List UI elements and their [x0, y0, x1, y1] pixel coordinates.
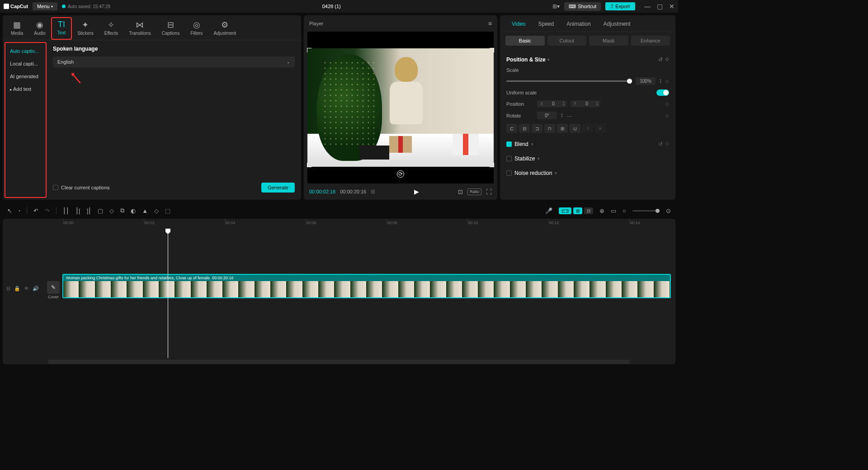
- redo-icon[interactable]: ↷: [45, 207, 50, 214]
- snap-1-button[interactable]: ⊏⊐: [559, 207, 571, 214]
- align-left-button[interactable]: ⊏: [506, 124, 517, 133]
- rotate-tool-icon[interactable]: ◇: [154, 207, 159, 214]
- distribute-v-button[interactable]: ≡: [595, 124, 606, 133]
- position-y-input[interactable]: Y0▲▼: [571, 100, 600, 107]
- blend-label: Blend: [514, 141, 528, 147]
- align-center-h-button[interactable]: ⊟: [519, 124, 530, 133]
- blend-reset-icon[interactable]: ↺: [658, 141, 663, 147]
- tab-stickers[interactable]: ✦Stickers: [72, 18, 99, 40]
- crop-icon[interactable]: ⬚: [165, 207, 170, 214]
- sidebar-item-auto-captions[interactable]: Auto captio...: [5, 45, 46, 57]
- language-select[interactable]: English ⌄: [53, 56, 295, 67]
- position-keyframe-icon[interactable]: ◇: [665, 101, 669, 106]
- track-visibility-icon[interactable]: 🔒: [14, 286, 20, 291]
- play-button[interactable]: ▶: [414, 188, 419, 195]
- zoom-fit-icon[interactable]: ⊙: [666, 207, 671, 214]
- shortcut-button[interactable]: ⌨Shortcut: [564, 2, 601, 11]
- scale-keyframe-icon[interactable]: ◇: [665, 79, 669, 84]
- export-button[interactable]: ⤴Export: [605, 2, 635, 10]
- timeline-ruler[interactable]: 00:00 00:02 00:04 00:06 00:08 00:10 00:1…: [61, 219, 675, 229]
- sidebar-item-ai-generated[interactable]: AI generated: [5, 70, 46, 83]
- maximize-icon[interactable]: ▢: [657, 3, 663, 10]
- sidebar-item-local-captions[interactable]: Local capti...: [5, 57, 46, 70]
- prop-tab-video[interactable]: Video: [505, 15, 532, 32]
- track-audio-icon[interactable]: 🔊: [33, 286, 39, 291]
- rotate-handle-icon[interactable]: ⟳: [397, 170, 404, 178]
- playhead[interactable]: [168, 229, 168, 358]
- distribute-h-button[interactable]: ⫴: [582, 124, 593, 133]
- align-bottom-button[interactable]: ⊔: [570, 124, 580, 133]
- layout-icon[interactable]: ⊞▾: [552, 3, 560, 9]
- delete-icon[interactable]: ▢: [98, 207, 103, 214]
- mirror-icon[interactable]: ▲: [142, 207, 148, 214]
- generate-button[interactable]: Generate: [261, 183, 295, 193]
- keyframe-icon[interactable]: ◇: [665, 56, 669, 63]
- align-top-button[interactable]: ⊓: [544, 124, 555, 133]
- align-center-v-button[interactable]: ⊞: [557, 124, 568, 133]
- snap-3-button[interactable]: ⊟: [584, 207, 593, 214]
- align-right-button[interactable]: ⊐: [532, 124, 542, 133]
- mic-icon[interactable]: 🎤: [545, 207, 552, 214]
- tab-media[interactable]: ▦Media: [5, 18, 28, 40]
- track-mute-icon[interactable]: 👁: [24, 286, 29, 291]
- scale-value[interactable]: 100%: [636, 77, 656, 85]
- track-lock-icon[interactable]: ⊟: [6, 286, 10, 291]
- fullscreen-icon[interactable]: ⛶: [486, 188, 492, 195]
- undo-icon[interactable]: ↶: [33, 207, 38, 214]
- timeline-scrollbar[interactable]: [48, 360, 630, 364]
- pointer-tool-icon[interactable]: ↖: [7, 207, 12, 214]
- tab-adjustment[interactable]: ⚙Adjustment: [208, 18, 241, 40]
- marker-icon[interactable]: ◇: [109, 207, 114, 214]
- uniform-scale-toggle[interactable]: [656, 89, 669, 96]
- tab-captions[interactable]: ⊟Captions: [156, 18, 185, 40]
- scan-icon[interactable]: ⊡: [458, 188, 463, 195]
- link-icon[interactable]: ⊕: [599, 207, 604, 214]
- player-menu-icon[interactable]: ≡: [488, 20, 492, 27]
- close-icon[interactable]: ✕: [669, 3, 675, 10]
- grid-icon[interactable]: ⊞: [371, 188, 375, 195]
- sub-tab-mask[interactable]: Mask: [589, 36, 628, 46]
- snap-2-button[interactable]: ⊞: [573, 207, 582, 214]
- split-left-icon[interactable]: ⎮[: [75, 207, 80, 214]
- video-clip[interactable]: Woman packing Christmas gifts for her fr…: [62, 274, 671, 298]
- zoom-slider[interactable]: [632, 210, 660, 212]
- ratio-button[interactable]: Ratio: [467, 188, 481, 195]
- prop-tab-speed[interactable]: Speed: [532, 15, 560, 32]
- preview-icon[interactable]: ▭: [611, 207, 616, 214]
- tab-transitions[interactable]: ⋈Transitions: [123, 18, 156, 40]
- reset-icon[interactable]: ↺: [658, 56, 663, 63]
- sub-tab-basic[interactable]: Basic: [505, 36, 545, 46]
- scale-slider[interactable]: [506, 80, 632, 82]
- copy-icon[interactable]: ⧉: [120, 207, 124, 214]
- reverse-icon[interactable]: ◐: [131, 207, 136, 214]
- prop-tab-animation[interactable]: Animation: [560, 15, 597, 32]
- zoom-out-icon[interactable]: ○: [623, 207, 626, 214]
- minimize-icon[interactable]: —: [644, 3, 651, 10]
- stabilize-label: Stabilize: [514, 155, 535, 162]
- sidebar-item-add-text[interactable]: Add text: [5, 83, 46, 95]
- tab-audio[interactable]: ◉Audio: [28, 18, 51, 40]
- blend-checkbox[interactable]: [506, 141, 512, 147]
- stabilize-checkbox[interactable]: [506, 156, 512, 161]
- clear-captions-checkbox[interactable]: Clear current captions: [53, 185, 110, 190]
- position-label: Position: [506, 101, 533, 107]
- rotate-reset-icon[interactable]: —: [567, 113, 572, 118]
- split-right-icon[interactable]: ]⎮: [87, 207, 92, 214]
- tab-text[interactable]: TIText: [51, 17, 72, 40]
- transitions-icon: ⋈: [136, 20, 144, 30]
- titlebar: CapCut Menu▾ Auto saved: 15:47:28 0428 (…: [0, 0, 678, 13]
- sub-tab-cutout[interactable]: Cutout: [547, 36, 587, 46]
- position-x-input[interactable]: X0▲▼: [537, 100, 567, 107]
- rotate-keyframe-icon[interactable]: ◇: [665, 113, 669, 118]
- tab-filters[interactable]: ◎Filters: [185, 18, 208, 40]
- prop-tab-adjustment[interactable]: Adjustment: [597, 15, 637, 32]
- blend-keyframe-icon[interactable]: ◇: [665, 141, 669, 147]
- tab-effects[interactable]: ✧Effects: [99, 18, 123, 40]
- noise-checkbox[interactable]: [506, 170, 512, 176]
- menu-button[interactable]: Menu▾: [33, 2, 57, 10]
- cover-thumbnail[interactable]: ✎: [47, 281, 60, 294]
- player-viewport[interactable]: ⟳: [307, 32, 494, 183]
- split-icon[interactable]: ⎮⎮: [63, 207, 69, 214]
- sub-tab-enhance[interactable]: Enhance: [631, 36, 670, 46]
- rotate-value[interactable]: 0°: [537, 112, 557, 119]
